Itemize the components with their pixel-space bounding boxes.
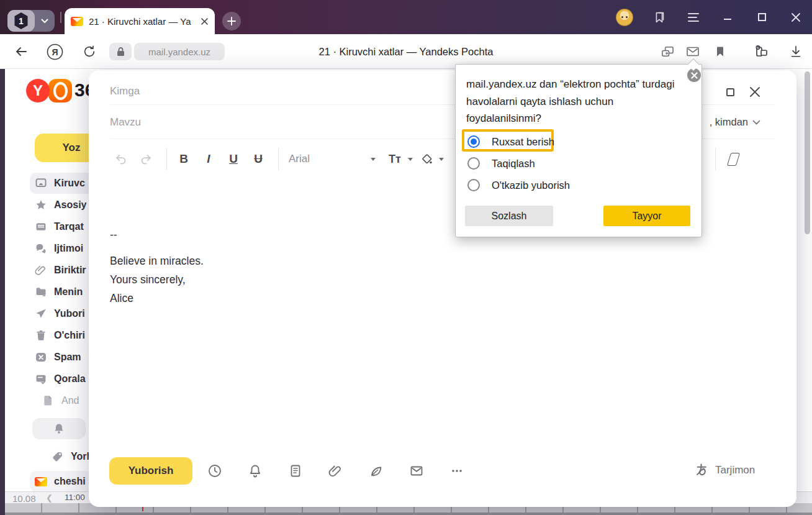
radio-option-allow[interactable]: Ruxsat berish — [467, 135, 554, 148]
body-line[interactable]: Yours sincerely, — [110, 273, 186, 286]
compose-collapse-button[interactable] — [726, 88, 734, 96]
schedule-send-button[interactable] — [207, 463, 222, 478]
sidebar-item-label: Qorala — [54, 373, 86, 385]
sidebar-item-mailings[interactable]: Tarqat — [30, 216, 84, 237]
new-tab-button[interactable] — [222, 12, 241, 30]
sidebar-item-label: Tarqat — [54, 221, 84, 232]
window-close-button[interactable] — [782, 0, 810, 34]
attach-from-disk-button[interactable] — [369, 463, 384, 478]
bookmarks-panel-button[interactable] — [646, 0, 673, 34]
bookmark-outline-icon — [652, 11, 666, 24]
notifications-button[interactable] — [32, 418, 86, 439]
timeline-prev-icon[interactable]: ❮ — [46, 493, 53, 503]
radio-label: Taqiqlash — [492, 158, 535, 170]
compose-close-button[interactable] — [749, 86, 761, 98]
tab-group-count: 1 — [14, 12, 29, 29]
redo-button[interactable] — [138, 145, 153, 173]
window-maximize-button[interactable] — [748, 0, 775, 34]
window-bottom-edge — [5, 513, 812, 515]
sidebar-item-important[interactable]: Asosiy — [30, 194, 86, 216]
sidebar-item-label: Yorl — [71, 451, 89, 462]
fill-color-caret[interactable] — [438, 145, 445, 173]
attach-file-button[interactable] — [328, 463, 343, 478]
address-bar[interactable]: mail.yandex.uz — [134, 43, 225, 60]
body-line[interactable]: -- — [110, 229, 117, 242]
url-text: mail.yandex.uz — [141, 47, 218, 57]
strikethrough-button[interactable]: U — [250, 145, 266, 173]
tab-group-chevron[interactable] — [35, 19, 55, 24]
underline-button[interactable]: U — [225, 145, 241, 173]
attach-from-mail-button[interactable] — [409, 463, 424, 478]
page-scrollbar[interactable] — [805, 71, 810, 234]
window-minimize-button[interactable] — [714, 0, 741, 34]
cc-from-link[interactable]: , kimdan — [710, 116, 760, 128]
browser-menu-button[interactable] — [680, 0, 707, 34]
to-field[interactable]: Kimga — [110, 85, 140, 98]
refresh-icon — [83, 45, 96, 58]
done-button[interactable]: Tayyor — [603, 206, 690, 226]
radio-option-skip[interactable]: O'tkazib yuborish — [467, 179, 570, 191]
translator-button[interactable]: Tarjimon — [694, 462, 755, 478]
sidebar-item-trash[interactable]: O'chiri — [30, 325, 85, 346]
more-options-button[interactable] — [449, 463, 464, 478]
font-size-button[interactable]: Tт — [384, 145, 405, 173]
translate-icon — [694, 462, 710, 478]
body-line[interactable]: Believe in miracles. — [110, 255, 204, 268]
downloads-button[interactable] — [783, 34, 808, 69]
tab-group-chip[interactable]: 1 — [7, 10, 55, 32]
bookmark-page-button[interactable] — [708, 34, 733, 69]
send-icon — [35, 308, 47, 320]
browser-window: 1 21 · Kiruvchi xatlar — Ya — [0, 0, 812, 515]
browser-tab-bar: 1 21 · Kiruvchi xatlar — Ya — [0, 0, 812, 34]
sidebar-item-social[interactable]: Ijtimoi — [30, 238, 83, 259]
fill-color-button[interactable] — [419, 145, 435, 173]
italic-button[interactable]: I — [201, 145, 217, 173]
sidebar-item-labels[interactable]: Yorl — [47, 446, 89, 467]
templates-button[interactable] — [288, 463, 303, 478]
reminder-button[interactable] — [248, 463, 263, 478]
send-button[interactable]: Yuborish — [109, 457, 192, 485]
clear-formatting-button[interactable] — [724, 145, 742, 173]
bold-button[interactable]: B — [176, 145, 192, 173]
yandex360-logo-y[interactable]: Y — [26, 79, 50, 103]
translator-label: Tarjimon — [715, 464, 755, 476]
body-line[interactable]: Alice — [110, 292, 133, 305]
font-family-select[interactable]: Arial — [289, 145, 326, 173]
font-family-caret[interactable] — [369, 145, 377, 173]
radio-option-block[interactable]: Taqiqlash — [467, 157, 535, 170]
extensions-button[interactable] — [749, 34, 774, 69]
paint-bucket-icon — [420, 152, 434, 166]
window-left-border — [0, 34, 5, 515]
site-security-button[interactable] — [109, 43, 132, 60]
font-size-caret[interactable] — [407, 145, 414, 173]
sidebar-item-my-folders[interactable]: Menin — [30, 281, 83, 303]
file-icon — [42, 394, 55, 407]
sidebar-item-label: Yubori — [54, 308, 85, 319]
font-family-value: Arial — [289, 153, 310, 165]
radio-unselected-icon[interactable] — [467, 157, 480, 170]
sidebar-item-label: Asosiy — [54, 199, 86, 211]
undo-button[interactable] — [114, 145, 129, 173]
sidebar-item-drafts[interactable]: Qorala — [30, 368, 86, 390]
back-button[interactable] — [9, 34, 34, 69]
subject-field[interactable]: Mavzu — [110, 116, 141, 129]
sidebar-item-sent[interactable]: Yubori — [30, 303, 85, 324]
underline-label: U — [229, 152, 238, 166]
chevron-down-icon — [41, 19, 48, 24]
radio-selected-icon[interactable] — [467, 135, 480, 148]
dialog-close-button[interactable] — [687, 68, 701, 82]
envelope-icon — [409, 463, 424, 478]
sidebar-item-label: Menin — [54, 286, 83, 298]
sidebar-item-subfolder[interactable]: And — [37, 390, 79, 411]
sidebar-item-attachments[interactable]: Biriktir — [30, 260, 86, 281]
profile-avatar[interactable] — [611, 0, 638, 34]
tab-title: 21 · Kiruvchi xatlar — Ya — [89, 16, 195, 27]
refresh-button[interactable] — [77, 34, 102, 69]
settings-button[interactable]: Sozlash — [465, 206, 553, 226]
radio-unselected-icon[interactable] — [467, 179, 480, 191]
yandex-home-button[interactable]: Я — [42, 34, 67, 69]
sidebar-item-spam[interactable]: Spam — [30, 347, 81, 368]
back-arrow-icon — [14, 44, 29, 59]
active-tab[interactable]: 21 · Kiruvchi xatlar — Ya — [65, 8, 215, 34]
tab-close-icon[interactable] — [201, 17, 209, 25]
